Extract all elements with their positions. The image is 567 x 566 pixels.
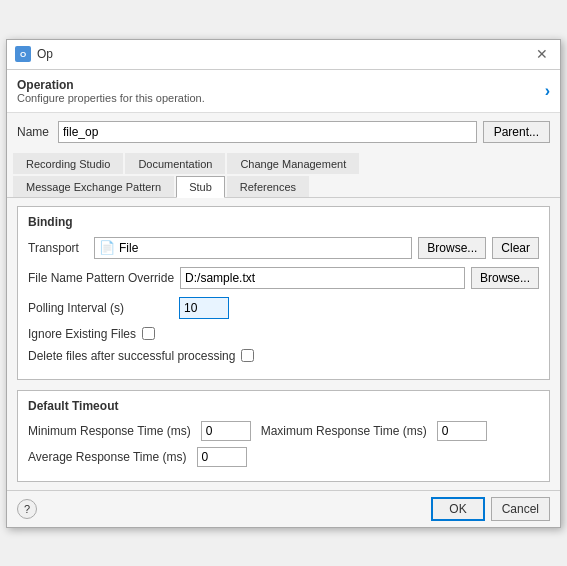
header-subtitle: Configure properties for this operation. (17, 92, 205, 104)
delete-files-row: Delete files after successful processing (28, 349, 539, 363)
delete-files-checkbox[interactable] (241, 349, 254, 362)
name-input[interactable] (58, 121, 477, 143)
tab-message-exchange[interactable]: Message Exchange Pattern (13, 176, 174, 197)
dialog-icon: O (15, 46, 31, 62)
ignore-files-row: Ignore Existing Files (28, 327, 539, 341)
min-response-label: Minimum Response Time (ms) (28, 424, 191, 438)
binding-group: Binding Transport 📄 File Browse... Clear… (17, 206, 550, 380)
tabs-container: Recording Studio Documentation Change Ma… (7, 151, 560, 198)
tabs-row-1: Recording Studio Documentation Change Ma… (7, 151, 560, 174)
min-response-row: Minimum Response Time (ms) Maximum Respo… (28, 421, 539, 441)
max-response-label: Maximum Response Time (ms) (261, 424, 427, 438)
header-section: Operation Configure properties for this … (7, 70, 560, 113)
parent-button[interactable]: Parent... (483, 121, 550, 143)
tab-recording-studio[interactable]: Recording Studio (13, 153, 123, 174)
transport-row: Transport 📄 File Browse... Clear (28, 237, 539, 259)
dialog-title: Op (37, 47, 53, 61)
max-response-input[interactable] (437, 421, 487, 441)
help-button[interactable]: ? (17, 499, 37, 519)
tab-references[interactable]: References (227, 176, 309, 197)
tabs-row-2: Message Exchange Pattern Stub References (7, 174, 560, 197)
polling-input[interactable] (179, 297, 229, 319)
ignore-files-label: Ignore Existing Files (28, 327, 136, 341)
chevron-right-icon[interactable]: › (545, 82, 550, 100)
ok-button[interactable]: OK (431, 497, 484, 521)
footer: ? OK Cancel (7, 490, 560, 527)
tab-documentation[interactable]: Documentation (125, 153, 225, 174)
transport-value-box: 📄 File (94, 237, 412, 259)
polling-label: Polling Interval (s) (28, 301, 173, 315)
timeout-title: Default Timeout (28, 399, 539, 413)
svg-text:O: O (20, 50, 26, 59)
polling-row: Polling Interval (s) (28, 297, 539, 319)
file-name-browse-button[interactable]: Browse... (471, 267, 539, 289)
dialog: O Op ✕ Operation Configure properties fo… (6, 39, 561, 528)
title-bar: O Op ✕ (7, 40, 560, 70)
file-name-label: File Name Pattern Override (28, 271, 174, 285)
transport-clear-button[interactable]: Clear (492, 237, 539, 259)
content-area: Binding Transport 📄 File Browse... Clear… (7, 198, 560, 490)
name-row: Name Parent... (7, 113, 560, 151)
timeout-group: Default Timeout Minimum Response Time (m… (17, 390, 550, 482)
min-response-input[interactable] (201, 421, 251, 441)
ignore-files-checkbox[interactable] (142, 327, 155, 340)
transport-browse-button[interactable]: Browse... (418, 237, 486, 259)
transport-text: File (119, 241, 138, 255)
footer-buttons: OK Cancel (431, 497, 550, 521)
close-button[interactable]: ✕ (532, 45, 552, 63)
transport-label: Transport (28, 241, 88, 255)
tab-change-management[interactable]: Change Management (227, 153, 359, 174)
avg-response-row: Average Response Time (ms) (28, 447, 539, 467)
file-name-input[interactable] (180, 267, 465, 289)
cancel-button[interactable]: Cancel (491, 497, 550, 521)
title-bar-left: O Op (15, 46, 53, 62)
tab-stub[interactable]: Stub (176, 176, 225, 198)
avg-response-label: Average Response Time (ms) (28, 450, 187, 464)
header-left: Operation Configure properties for this … (17, 78, 205, 104)
delete-files-label: Delete files after successful processing (28, 349, 235, 363)
avg-response-input[interactable] (197, 447, 247, 467)
name-label: Name (17, 125, 52, 139)
binding-title: Binding (28, 215, 539, 229)
file-name-row: File Name Pattern Override Browse... (28, 267, 539, 289)
header-title: Operation (17, 78, 205, 92)
file-icon: 📄 (99, 240, 115, 255)
